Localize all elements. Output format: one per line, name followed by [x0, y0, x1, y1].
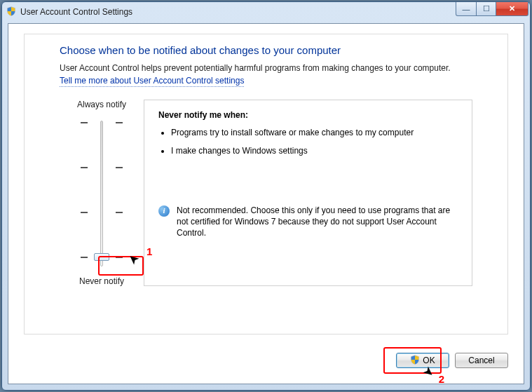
slider-bottom-label: Never notify: [60, 276, 144, 286]
cancel-label: Cancel: [468, 356, 494, 365]
close-button[interactable]: ✕: [496, 2, 528, 16]
slider-tick: [81, 122, 123, 123]
client-area: Choose when to be notified about changes…: [8, 23, 524, 384]
slider-top-label: Always notify: [60, 100, 144, 109]
description-bullet: I make changes to Windows settings: [171, 145, 458, 156]
description-title: Never notify me when:: [158, 110, 458, 120]
description-panel: Never notify me when: Programs try to in…: [144, 100, 472, 286]
window-frame: User Account Control Settings — ☐ ✕ Choo…: [1, 1, 531, 391]
annotation-number-1: 1: [146, 245, 152, 257]
maximize-button[interactable]: ☐: [477, 2, 496, 16]
minimize-button[interactable]: —: [456, 2, 477, 16]
description-list: Programs try to install software or make…: [171, 127, 458, 156]
warning-row: i Not recommended. Choose this only if y…: [158, 205, 458, 239]
description-bullet: Programs try to install software or make…: [171, 127, 458, 138]
warning-text: Not recommended. Choose this only if you…: [177, 205, 458, 239]
window-controls: — ☐ ✕: [456, 2, 528, 16]
uac-shield-icon: [6, 6, 18, 18]
dialog-buttons: OK Cancel: [24, 353, 508, 368]
titlebar[interactable]: User Account Control Settings — ☐ ✕: [2, 2, 530, 22]
minimize-glyph: —: [463, 5, 470, 13]
help-link-row: Tell me more about User Account Control …: [60, 76, 472, 88]
cancel-button[interactable]: Cancel: [455, 353, 508, 368]
ok-button[interactable]: OK: [396, 353, 449, 368]
maximize-glyph: ☐: [483, 4, 490, 13]
help-link[interactable]: Tell me more about User Account Control …: [60, 76, 244, 88]
annotation-number-2: 2: [439, 373, 444, 385]
close-glyph: ✕: [509, 4, 515, 13]
notification-slider[interactable]: [81, 116, 123, 271]
slider-tick: [81, 167, 123, 168]
slider-tick: [81, 212, 123, 213]
shield-icon: [410, 355, 420, 367]
window-title: User Account Control Settings: [20, 7, 132, 17]
info-icon: i: [158, 205, 170, 217]
slider-track: [100, 121, 103, 266]
slider-thumb[interactable]: [94, 253, 109, 261]
content-row: Always notify Never notify Never notify …: [60, 100, 472, 286]
content-panel: Choose when to be notified about changes…: [24, 34, 508, 334]
page-heading: Choose when to be notified about changes…: [60, 44, 472, 56]
intro-text: User Account Control helps prevent poten…: [60, 63, 472, 74]
